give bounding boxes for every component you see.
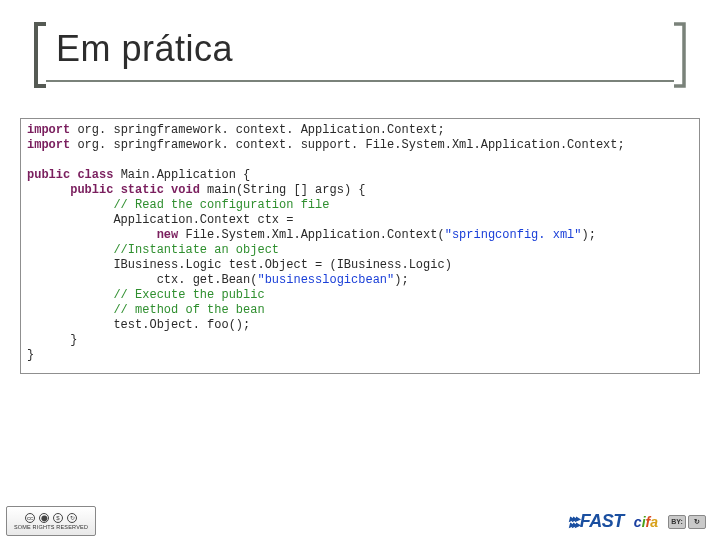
indent <box>27 243 113 257</box>
slide-footer: cc ⬤ $ ↻ SOME RIGHTS RESERVED ▸▸▸▸▸▸ FAS… <box>0 500 720 540</box>
indent <box>27 273 157 287</box>
cc-pill: ↻ <box>688 515 706 529</box>
by-icon: ⬤ <box>39 513 49 523</box>
indent <box>27 198 113 212</box>
code-text: ); <box>394 273 408 287</box>
code-block: import org. springframework. context. Ap… <box>20 118 700 374</box>
code-text: test.Object. foo(); <box>113 318 250 332</box>
cc-icon: cc <box>25 513 35 523</box>
right-bracket-icon <box>672 22 686 88</box>
arrows-icon: ▸▸▸▸▸▸ <box>569 516 578 528</box>
nc-icon: $ <box>53 513 63 523</box>
by-pill: BY: <box>668 515 686 529</box>
code-text: Application.Context ctx = <box>113 213 293 227</box>
left-bracket-icon <box>34 22 48 88</box>
code-text: ctx. get.Bean( <box>157 273 258 287</box>
code-text: org. springframework. context. Applicati… <box>70 123 444 137</box>
keyword-import: import <box>27 123 70 137</box>
indent <box>27 183 70 197</box>
mini-cc-badge: BY: ↻ <box>668 515 706 529</box>
indent <box>27 213 113 227</box>
indent <box>27 288 113 302</box>
cc-license-badge: cc ⬤ $ ↻ SOME RIGHTS RESERVED <box>6 506 96 536</box>
cc-icons-row: cc ⬤ $ ↻ <box>25 513 77 523</box>
sa-icon: ↻ <box>67 513 77 523</box>
indent <box>27 318 113 332</box>
title-underline <box>46 80 674 82</box>
code-string: "businesslogicbean" <box>257 273 394 287</box>
indent <box>27 303 113 317</box>
code-text: IBusiness.Logic test.Object = (IBusiness… <box>113 258 451 272</box>
code-text: org. springframework. context. support. … <box>70 138 625 152</box>
indent <box>27 258 113 272</box>
keyword-static: static <box>121 183 164 197</box>
cifa-letter: a <box>650 514 658 530</box>
keyword-public: public <box>70 183 113 197</box>
indent <box>27 228 157 242</box>
slide-title-area: Em prática <box>34 24 686 86</box>
keyword-class: class <box>77 168 113 182</box>
code-text: main(String [] args) { <box>200 183 366 197</box>
cifa-letter: c <box>634 514 642 530</box>
cc-text: SOME RIGHTS RESERVED <box>14 524 88 530</box>
code-comment: //Instantiate an object <box>113 243 279 257</box>
keyword-import: import <box>27 138 70 152</box>
code-text: } <box>70 333 77 347</box>
keyword-new: new <box>157 228 179 242</box>
code-comment: // method of the bean <box>113 303 264 317</box>
footer-right-badges: ▸▸▸▸▸▸ FAST cifa BY: ↻ <box>569 511 706 532</box>
code-text: File.System.Xml.Application.Context( <box>178 228 444 242</box>
indent <box>27 333 70 347</box>
code-content: import org. springframework. context. Ap… <box>27 123 693 363</box>
cifa-logo: cifa <box>634 514 658 530</box>
code-comment: // Execute the public <box>113 288 264 302</box>
keyword-void: void <box>171 183 200 197</box>
code-text: } <box>27 348 34 362</box>
fast-logo: ▸▸▸▸▸▸ FAST <box>569 511 624 532</box>
keyword-public: public <box>27 168 70 182</box>
slide-title: Em prática <box>56 28 233 70</box>
code-comment: // Read the configuration file <box>113 198 329 212</box>
fast-text: FAST <box>580 511 624 532</box>
code-text: ); <box>582 228 596 242</box>
code-string: "springconfig. xml" <box>445 228 582 242</box>
code-text: Main.Application { <box>113 168 250 182</box>
